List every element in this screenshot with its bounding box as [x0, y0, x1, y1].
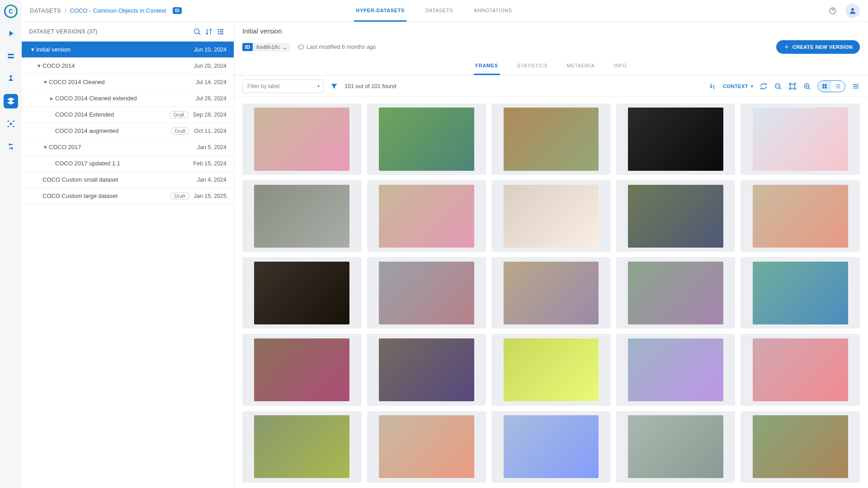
zoom-in-icon[interactable]: [803, 82, 811, 90]
frame-card[interactable]: [491, 180, 611, 252]
subtab-info[interactable]: INFO: [612, 58, 629, 75]
more-menu-icon[interactable]: [852, 82, 860, 90]
subtab-frames[interactable]: FRAMES: [474, 58, 500, 75]
frame-thumb: [753, 415, 848, 478]
frame-card[interactable]: [616, 180, 736, 252]
frame-card[interactable]: [616, 334, 736, 405]
frame-card[interactable]: [491, 334, 611, 405]
version-label: COCO 2014 augmented: [55, 127, 171, 134]
rail-compare-icon[interactable]: [4, 139, 18, 154]
topnav-annotations[interactable]: ANNOTATIONS: [472, 0, 514, 22]
frame-card[interactable]: [741, 103, 860, 175]
sort-icon[interactable]: [203, 28, 215, 36]
version-row[interactable]: ▸COCO 2014 Cleaned extendedJul 26, 2024: [22, 90, 234, 107]
chevron-icon: [48, 111, 55, 118]
version-date: Jan 15, 2025: [194, 193, 226, 199]
frame-card[interactable]: [242, 257, 362, 328]
breadcrumb-id-badge[interactable]: ID: [173, 7, 182, 14]
top-nav: HYPER-DATASETSDATASETSANNOTATIONS: [354, 0, 514, 22]
version-date: Oct 11, 2024: [194, 128, 226, 134]
svg-point-6: [8, 126, 9, 127]
frame-card[interactable]: [741, 257, 860, 328]
svg-rect-14: [220, 31, 224, 32]
frame-card[interactable]: [242, 334, 362, 405]
svg-rect-12: [220, 29, 224, 30]
list-view-icon[interactable]: [215, 28, 226, 36]
chevron-icon: ▾: [35, 62, 42, 69]
help-icon[interactable]: [826, 5, 839, 17]
chevron-icon: [35, 176, 42, 183]
rail-reports-icon[interactable]: [4, 117, 18, 131]
version-row[interactable]: COCO 2017 updated 1.1Feb 15, 2024: [22, 155, 234, 172]
create-version-button[interactable]: CREATE NEW VERSION: [776, 40, 860, 54]
topnav-hyper-datasets[interactable]: HYPER-DATASETS: [354, 0, 406, 22]
chevron-icon: ▸: [48, 95, 55, 102]
version-row[interactable]: COCO 2014 ExtendedDraftSep 28, 2024: [22, 107, 234, 123]
grid-view-button[interactable]: [818, 81, 831, 92]
rail-datasets-icon[interactable]: [4, 94, 18, 108]
subtab-metadata[interactable]: METADATA: [565, 58, 597, 75]
filter-icon[interactable]: [330, 82, 338, 90]
frame-card[interactable]: [741, 334, 860, 405]
frame-thumb: [379, 185, 474, 248]
version-date: Jul 26, 2024: [196, 95, 226, 102]
frame-thumb: [254, 262, 349, 324]
svg-rect-1: [8, 57, 14, 58]
chevron-icon: ▾: [29, 46, 36, 53]
frame-card[interactable]: [741, 411, 860, 483]
refresh-icon[interactable]: [760, 82, 768, 90]
frame-card[interactable]: [242, 411, 362, 483]
rail-models-icon[interactable]: [4, 49, 18, 63]
draft-badge: Draft: [170, 192, 189, 200]
rail-pipelines-icon[interactable]: [4, 71, 18, 86]
context-dropdown[interactable]: CONTEXT▾: [723, 84, 753, 89]
rail-experiments-icon[interactable]: [4, 26, 18, 41]
version-label: COCO 2017: [49, 144, 197, 150]
frame-card[interactable]: [491, 257, 611, 328]
frame-card[interactable]: [616, 411, 736, 483]
frame-thumb: [504, 108, 599, 170]
frame-card[interactable]: [367, 180, 486, 252]
frame-card[interactable]: [491, 103, 611, 175]
frame-card[interactable]: [367, 334, 486, 405]
frame-card[interactable]: [367, 411, 486, 483]
frame-card[interactable]: [367, 257, 486, 328]
version-id-chip[interactable]: ID 6ad8b10c …: [242, 43, 290, 52]
version-row[interactable]: ▾Initial versionJun 10, 2024: [22, 42, 234, 58]
frame-card[interactable]: [242, 180, 362, 252]
subtab-statistics[interactable]: STATISTICS: [515, 58, 550, 75]
topnav-datasets[interactable]: DATASETS: [424, 0, 455, 22]
version-row[interactable]: ▾COCO 2014Jun 20, 2024: [22, 58, 234, 74]
frame-card[interactable]: [616, 103, 736, 175]
table-view-button[interactable]: [831, 81, 845, 92]
version-row[interactable]: ▾COCO 2017Jan 5, 2024: [22, 139, 234, 155]
search-icon[interactable]: [191, 28, 203, 36]
user-avatar[interactable]: [845, 4, 860, 18]
version-row[interactable]: COCO Custom large datasetDraftJan 15, 20…: [22, 188, 234, 204]
version-date: Jul 14, 2024: [196, 79, 226, 85]
frames-grid-wrap[interactable]: [234, 97, 868, 488]
version-row[interactable]: COCO 2014 augmentedDraftOct 11, 2024: [22, 123, 234, 139]
frame-thumb: [628, 415, 723, 478]
sort-frames-icon[interactable]: [708, 82, 717, 90]
frame-card[interactable]: [242, 103, 362, 175]
svg-rect-23: [825, 86, 827, 88]
frame-card[interactable]: [491, 411, 611, 483]
svg-point-5: [13, 121, 14, 122]
frame-thumb: [753, 338, 848, 401]
version-date: Feb 15, 2024: [193, 160, 226, 167]
version-row[interactable]: ▾COCO 2014 CleanedJul 14, 2024: [22, 74, 234, 90]
frame-card[interactable]: [367, 103, 486, 175]
topbar: DATASETS / COCO - Common Objects in Cont…: [22, 0, 868, 22]
frame-thumb: [504, 262, 599, 324]
version-row[interactable]: COCO Custom small datasetJan 4, 2024: [22, 172, 234, 188]
version-title: Initial version: [242, 27, 860, 35]
zoom-fit-icon[interactable]: [788, 82, 797, 90]
frame-card[interactable]: [741, 180, 860, 252]
frame-thumb: [254, 415, 349, 478]
zoom-out-icon[interactable]: [774, 82, 782, 90]
breadcrumb-root[interactable]: DATASETS: [30, 7, 61, 14]
frame-card[interactable]: [616, 257, 736, 328]
breadcrumb-current[interactable]: COCO - Common Objects in Context: [70, 7, 166, 14]
filter-label-select[interactable]: Filter by label: [242, 80, 324, 93]
